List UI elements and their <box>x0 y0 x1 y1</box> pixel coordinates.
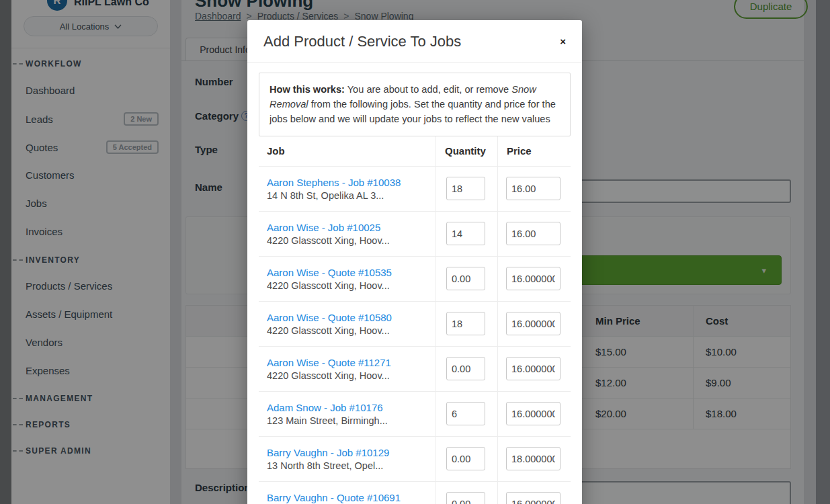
header-quantity: Quantity <box>435 136 497 166</box>
job-row: Aaron Wise - Quote #105354220 Glasscott … <box>259 257 571 302</box>
quantity-input[interactable] <box>446 312 485 335</box>
job-address: 13 North 8th Street, Opel... <box>267 460 430 471</box>
job-row: Aaron Wise - Quote #112714220 Glasscott … <box>259 347 571 392</box>
job-row: Barry Vaughn - Quote #1069113 North 8th … <box>259 482 571 504</box>
job-address: 14 N 8th St, Opelika AL 3... <box>267 190 430 201</box>
price-input[interactable] <box>506 447 561 470</box>
job-address: 4220 Glasscott Xing, Hoov... <box>267 280 430 291</box>
price-input[interactable] <box>506 312 561 335</box>
quantity-input[interactable] <box>446 267 485 290</box>
job-link[interactable]: Barry Vaughn - Job #10129 <box>267 447 430 458</box>
how-this-works-note: How this works: You are about to add, ed… <box>259 73 571 136</box>
quantity-input[interactable] <box>446 447 485 470</box>
job-link[interactable]: Barry Vaughn - Quote #10691 <box>267 492 430 503</box>
job-address: 4220 Glasscott Xing, Hoov... <box>267 235 430 246</box>
jobs-table: Job Quantity Price Aaron Stephens - Job … <box>259 136 571 504</box>
close-icon[interactable]: × <box>560 36 566 46</box>
job-address: 4220 Glasscott Xing, Hoov... <box>267 370 430 381</box>
job-row: Aaron Wise - Job #100254220 Glasscott Xi… <box>259 212 571 257</box>
job-row: Aaron Wise - Quote #105804220 Glasscott … <box>259 302 571 347</box>
job-link[interactable]: Aaron Stephens - Job #10038 <box>267 177 430 188</box>
price-input[interactable] <box>506 267 561 290</box>
job-row: Barry Vaughn - Job #1012913 North 8th St… <box>259 437 571 482</box>
add-product-service-modal: Add Product / Service To Jobs × How this… <box>247 20 582 504</box>
quantity-input[interactable] <box>446 177 485 200</box>
job-link[interactable]: Aaron Wise - Quote #10535 <box>267 267 430 278</box>
modal-body: How this works: You are about to add, ed… <box>247 63 582 504</box>
header-price: Price <box>497 136 572 166</box>
job-link[interactable]: Aaron Wise - Job #10025 <box>267 222 430 233</box>
price-input[interactable] <box>506 222 561 245</box>
quantity-input[interactable] <box>446 492 485 504</box>
quantity-input[interactable] <box>446 402 485 425</box>
jobs-table-header: Job Quantity Price <box>259 136 571 167</box>
job-row: Adam Snow - Job #10176123 Main Street, B… <box>259 392 571 437</box>
header-job: Job <box>259 136 435 166</box>
price-input[interactable] <box>506 177 561 200</box>
price-input[interactable] <box>506 492 561 504</box>
job-address: 123 Main Street, Birmingh... <box>267 415 430 426</box>
job-link[interactable]: Aaron Wise - Quote #10580 <box>267 312 430 323</box>
price-input[interactable] <box>506 402 561 425</box>
job-address: 4220 Glasscott Xing, Hoov... <box>267 325 430 336</box>
job-link[interactable]: Aaron Wise - Quote #11271 <box>267 357 430 368</box>
modal-header: Add Product / Service To Jobs × <box>247 20 582 63</box>
job-row: Aaron Stephens - Job #1003814 N 8th St, … <box>259 167 571 212</box>
job-link[interactable]: Adam Snow - Job #10176 <box>267 402 430 413</box>
price-input[interactable] <box>506 357 561 380</box>
modal-title: Add Product / Service To Jobs <box>263 33 461 50</box>
quantity-input[interactable] <box>446 357 485 380</box>
quantity-input[interactable] <box>446 222 485 245</box>
